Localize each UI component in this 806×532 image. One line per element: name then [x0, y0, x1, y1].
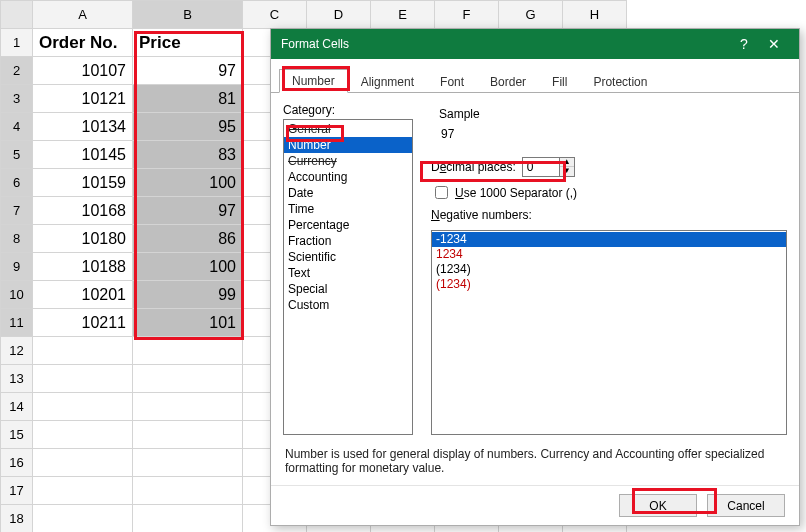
format-cells-dialog: Format Cells ? ✕ Number Alignment Font B… [270, 28, 800, 526]
category-item[interactable]: Special [284, 281, 412, 297]
cell[interactable]: 10201 [33, 281, 133, 309]
tab-alignment[interactable]: Alignment [348, 70, 427, 93]
cell[interactable]: 100 [133, 169, 243, 197]
tab-fill[interactable]: Fill [539, 70, 580, 93]
cell[interactable]: 100 [133, 253, 243, 281]
dialog-tabs: Number Alignment Font Border Fill Protec… [271, 59, 799, 93]
select-all-corner[interactable] [1, 1, 33, 29]
dialog-titlebar[interactable]: Format Cells ? ✕ [271, 29, 799, 59]
col-header-G[interactable]: G [499, 1, 563, 29]
row-header[interactable]: 16 [1, 449, 33, 477]
cell[interactable]: 83 [133, 141, 243, 169]
row-header[interactable]: 1 [1, 29, 33, 57]
cell[interactable]: 10134 [33, 113, 133, 141]
col-header-B[interactable]: B [133, 1, 243, 29]
cell[interactable]: 101 [133, 309, 243, 337]
cell[interactable] [133, 337, 243, 365]
category-item[interactable]: Currency [284, 153, 412, 169]
tab-border[interactable]: Border [477, 70, 539, 93]
category-item[interactable]: General [284, 121, 412, 137]
row-header[interactable]: 4 [1, 113, 33, 141]
ok-button[interactable]: OK [619, 494, 697, 517]
dialog-close-button[interactable]: ✕ [759, 36, 789, 52]
tab-number[interactable]: Number [279, 69, 348, 93]
sample-value: 97 [439, 123, 779, 143]
cell[interactable] [33, 393, 133, 421]
col-header-D[interactable]: D [307, 1, 371, 29]
decimal-places-input[interactable] [523, 158, 559, 176]
row-header[interactable]: 9 [1, 253, 33, 281]
row-header[interactable]: 6 [1, 169, 33, 197]
tab-protection[interactable]: Protection [580, 70, 660, 93]
row-header[interactable]: 7 [1, 197, 33, 225]
thousand-separator-checkbox[interactable] [435, 186, 448, 199]
cell[interactable]: 10188 [33, 253, 133, 281]
thousand-separator-label: Use 1000 Separator (,) [455, 186, 577, 200]
cell[interactable]: 97 [133, 57, 243, 85]
col-header-H[interactable]: H [563, 1, 627, 29]
category-listbox[interactable]: GeneralNumberCurrencyAccountingDateTimeP… [283, 119, 413, 435]
cell[interactable]: 95 [133, 113, 243, 141]
cell-header-order[interactable]: Order No. [33, 29, 133, 57]
tab-font[interactable]: Font [427, 70, 477, 93]
row-header[interactable]: 2 [1, 57, 33, 85]
cell[interactable] [33, 477, 133, 505]
row-header[interactable]: 10 [1, 281, 33, 309]
cell[interactable]: 99 [133, 281, 243, 309]
col-header-A[interactable]: A [33, 1, 133, 29]
cell[interactable] [133, 505, 243, 533]
cell[interactable] [33, 505, 133, 533]
cell[interactable]: 81 [133, 85, 243, 113]
cell[interactable]: 10121 [33, 85, 133, 113]
cell[interactable]: 97 [133, 197, 243, 225]
spinner-down-icon[interactable]: ▼ [560, 167, 574, 176]
category-item[interactable]: Scientific [284, 249, 412, 265]
cell[interactable] [133, 393, 243, 421]
row-header[interactable]: 14 [1, 393, 33, 421]
cell[interactable] [33, 421, 133, 449]
cell[interactable] [33, 449, 133, 477]
cell[interactable] [133, 421, 243, 449]
category-item[interactable]: Accounting [284, 169, 412, 185]
category-item[interactable]: Number [284, 137, 412, 153]
cell[interactable]: 10168 [33, 197, 133, 225]
cell-header-price[interactable]: Price [133, 29, 243, 57]
negative-numbers-listbox[interactable]: -12341234(1234)(1234) [431, 230, 787, 435]
row-header[interactable]: 18 [1, 505, 33, 533]
row-header[interactable]: 12 [1, 337, 33, 365]
cell[interactable]: 10159 [33, 169, 133, 197]
cell[interactable] [133, 449, 243, 477]
category-item[interactable]: Text [284, 265, 412, 281]
cell[interactable]: 10211 [33, 309, 133, 337]
decimal-places-spinner[interactable]: ▲ ▼ [522, 157, 575, 177]
negative-format-item[interactable]: (1234) [432, 262, 786, 277]
category-item[interactable]: Custom [284, 297, 412, 313]
row-header[interactable]: 3 [1, 85, 33, 113]
negative-format-item[interactable]: (1234) [432, 277, 786, 292]
category-item[interactable]: Time [284, 201, 412, 217]
row-header[interactable]: 13 [1, 365, 33, 393]
cell[interactable]: 10145 [33, 141, 133, 169]
cell[interactable]: 86 [133, 225, 243, 253]
cell[interactable] [133, 477, 243, 505]
negative-format-item[interactable]: 1234 [432, 247, 786, 262]
row-header[interactable]: 11 [1, 309, 33, 337]
cell[interactable]: 10107 [33, 57, 133, 85]
cell[interactable] [133, 365, 243, 393]
category-item[interactable]: Percentage [284, 217, 412, 233]
row-header[interactable]: 15 [1, 421, 33, 449]
col-header-F[interactable]: F [435, 1, 499, 29]
negative-format-item[interactable]: -1234 [432, 232, 786, 247]
cancel-button[interactable]: Cancel [707, 494, 785, 517]
category-item[interactable]: Date [284, 185, 412, 201]
cell[interactable] [33, 337, 133, 365]
cell[interactable]: 10180 [33, 225, 133, 253]
col-header-C[interactable]: C [243, 1, 307, 29]
dialog-help-button[interactable]: ? [729, 36, 759, 52]
row-header[interactable]: 17 [1, 477, 33, 505]
cell[interactable] [33, 365, 133, 393]
col-header-E[interactable]: E [371, 1, 435, 29]
category-item[interactable]: Fraction [284, 233, 412, 249]
row-header[interactable]: 5 [1, 141, 33, 169]
row-header[interactable]: 8 [1, 225, 33, 253]
